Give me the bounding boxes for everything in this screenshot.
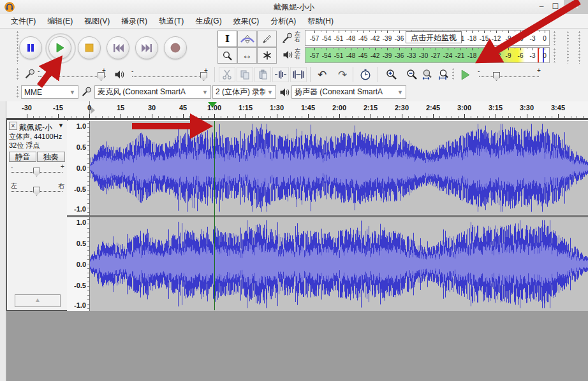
menu-item[interactable]: 轨道(T): [153, 14, 189, 28]
waveform-left-channel[interactable]: [90, 121, 588, 215]
selection-tool-button[interactable]: I: [217, 31, 237, 47]
track-menu-dropdown[interactable]: ▼: [58, 122, 64, 129]
minimize-button[interactable]: –: [534, 0, 548, 14]
timeline-tick-minor: [295, 116, 296, 118]
speaker-icon: [283, 50, 293, 60]
audacity-window: 戴佩妮-小小 – ☐ ✕ 文件(F)编辑(E)视图(V)播录(R)轨道(T)生成…: [0, 0, 588, 381]
recording-volume-slider-track[interactable]: [38, 76, 106, 77]
menu-item[interactable]: 效果(C): [228, 14, 265, 28]
copy-button[interactable]: [237, 67, 253, 82]
timeline-tick-minor: [502, 116, 503, 118]
play-at-speed-button[interactable]: [457, 68, 474, 82]
device-toolbar-grip[interactable]: [16, 85, 20, 99]
play-at-speed-grip[interactable]: [452, 68, 455, 81]
device-toolbar: MME▼ 麦克风 (Conexant SmartA▼ 2 (立体声) 录制▼ 扬…: [0, 83, 588, 102]
timeline-label: 2:30: [395, 104, 409, 111]
stop-button[interactable]: [78, 36, 101, 59]
silence-audio-button[interactable]: [290, 67, 307, 82]
meter-tick-minor: [333, 48, 334, 49]
meter-tick-minor: [357, 31, 358, 32]
playback-meter-grip[interactable]: [553, 48, 557, 62]
timeline-tick-minor: [377, 116, 378, 118]
speed-slider-thumb[interactable]: [493, 72, 500, 81]
meter-tick: [545, 48, 545, 50]
playback-volume-slider-track[interactable]: [132, 76, 207, 77]
meter-tick: [351, 48, 351, 50]
gain-slider-thumb[interactable]: [33, 168, 40, 176]
meter-tick: [339, 31, 339, 33]
draw-tool-button[interactable]: [257, 31, 277, 47]
input-channels-select[interactable]: 2 (立体声) 录制▼: [212, 85, 276, 99]
time-shift-tool-button[interactable]: ↔: [237, 47, 257, 64]
multi-tool-button[interactable]: [257, 47, 277, 64]
menu-item[interactable]: 编辑(E): [41, 14, 78, 28]
menu-item[interactable]: 视图(V): [78, 14, 115, 28]
waveform-right-channel[interactable]: [90, 217, 588, 311]
trim-audio-button[interactable]: [272, 67, 289, 82]
stop-icon: [85, 43, 94, 52]
redo-button[interactable]: ↷: [334, 67, 351, 82]
play-button[interactable]: [48, 36, 71, 59]
timeline-tick-minor: [577, 116, 577, 118]
record-button[interactable]: [164, 36, 187, 59]
amplitude-ruler-left-channel[interactable]: 1.00.50.0-0.5-1.0: [67, 121, 90, 215]
skip-to-end-button[interactable]: [135, 36, 158, 59]
speed-slider-track[interactable]: [479, 76, 539, 77]
meter-tick: [387, 48, 388, 50]
solo-button[interactable]: 独奏: [37, 152, 65, 162]
timer-record-button[interactable]: [357, 67, 374, 82]
toolbar-dock-grip-1[interactable]: [566, 31, 570, 64]
pan-slider-thumb[interactable]: [33, 187, 40, 196]
amplitude-label: 1.0: [77, 122, 86, 130]
meter-tick-minor: [406, 48, 406, 49]
speed-slider-min-label: -: [478, 68, 480, 75]
toolbar-row-1: I ↔ 左右 -57-54-51-4: [0, 29, 588, 66]
amplitude-label: -0.5: [74, 282, 86, 289]
menu-item[interactable]: 生成(G): [189, 14, 227, 28]
mixer-toolbar-grip[interactable]: [16, 68, 20, 81]
timeline-ruler[interactable]: -30-1501530451:001:151:301:452:002:152:3…: [6, 101, 588, 119]
playback-cursor-line: [214, 121, 215, 310]
menu-item[interactable]: 文件(F): [5, 14, 41, 28]
zoom-out-button[interactable]: [404, 67, 420, 82]
track-collapse-button[interactable]: ▲: [15, 294, 61, 307]
zoom-tool-button[interactable]: [217, 47, 237, 64]
paste-button[interactable]: [254, 67, 271, 82]
timeline-tick-minor: [102, 116, 103, 118]
playback-meter[interactable]: 左右 -57-54-51-48-45-42-39-36-33-30-27-24-…: [281, 47, 562, 64]
cut-button[interactable]: [219, 67, 235, 82]
track-close-button[interactable]: ×: [9, 122, 17, 130]
recording-meter-grip[interactable]: [553, 31, 557, 45]
playback-volume-slider-thumb[interactable]: [200, 72, 207, 81]
draw-tool-icon: [262, 34, 272, 44]
mute-button[interactable]: 静音: [9, 152, 36, 162]
playback-meter-bar[interactable]: -57-54-51-48-45-42-39-36-33-30-27-24-21-…: [305, 47, 550, 63]
audio-host-select[interactable]: MME▼: [21, 85, 78, 99]
record-icon: [170, 43, 180, 53]
input-device-mic-icon: [81, 87, 92, 98]
amplitude-ruler-right-channel[interactable]: 1.00.50.0-0.5-1.0: [67, 217, 90, 311]
fit-project-button[interactable]: [419, 67, 436, 82]
pause-button[interactable]: [19, 36, 42, 59]
timeline-tick-minor: [383, 116, 384, 118]
meter-scale-label: -27: [431, 52, 440, 59]
input-device-select[interactable]: 麦克风 (Conexant SmartA▼: [94, 85, 211, 99]
meter-tick: [423, 48, 424, 50]
timeline-label: 0: [87, 104, 91, 111]
meter-scale-label: -42: [371, 34, 379, 41]
maximize-button[interactable]: ☐: [548, 0, 562, 14]
recording-volume-slider-thumb[interactable]: [98, 72, 105, 81]
undo-button[interactable]: ↶: [314, 67, 330, 82]
fit-selection-button[interactable]: [436, 67, 452, 82]
envelope-tool-button[interactable]: [237, 31, 257, 47]
timeline-tick-minor: [489, 116, 490, 118]
menu-item[interactable]: 分析(A): [265, 14, 302, 28]
skip-to-start-button[interactable]: [107, 36, 129, 59]
zoom-in-button[interactable]: [383, 67, 400, 82]
menu-item[interactable]: 帮助(H): [302, 14, 339, 28]
close-button[interactable]: ✕: [564, 0, 588, 14]
toolbar-dock-grip-2[interactable]: [578, 31, 582, 64]
timeline-label: 1:45: [301, 104, 315, 111]
menu-item[interactable]: 播录(R): [115, 14, 153, 28]
output-device-select[interactable]: 扬声器 (Conexant SmartA▼: [291, 85, 406, 99]
